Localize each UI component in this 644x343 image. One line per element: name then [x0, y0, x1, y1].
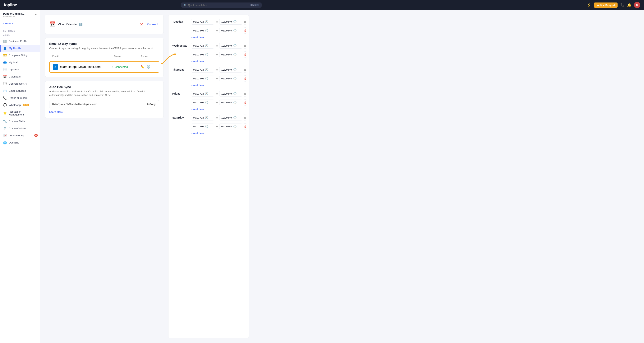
search-shortcut: Ctrl + K [250, 4, 259, 6]
delete-button[interactable]: 🗑️ [146, 65, 150, 69]
thursday-start-1[interactable]: 09:00 AM 🕐 [191, 67, 214, 73]
auto-bcc-description: Add your smart Bcc address to the Cc or … [49, 90, 159, 97]
wednesday-add-time[interactable]: + Add time [191, 60, 204, 63]
sidebar-item-custom-fields[interactable]: 🔧 Custom Fields [0, 118, 40, 125]
search-bar[interactable]: 🔍 Ctrl + K [181, 3, 262, 8]
friday-end-1[interactable]: 12:00 PM 🕐 [219, 91, 242, 97]
thursday-add-time[interactable]: + Add time [191, 84, 204, 87]
sidebar-item-label: Conversation AI [9, 82, 27, 85]
delete-time-button[interactable]: 🗑 [244, 75, 247, 82]
friday-end-2[interactable]: 05:00 PM 🕐 [219, 100, 242, 105]
avatar[interactable]: U [634, 2, 640, 8]
sidebar-item-lead-scoring[interactable]: 📈 Lead Scoring 11 [0, 132, 40, 139]
domains-icon: 🌐 [3, 141, 7, 144]
th-status: Status [114, 55, 141, 58]
tuesday-end-2[interactable]: 05:00 PM 🕐 [219, 28, 242, 33]
sidebar-item-conversation-ai[interactable]: 💬 Conversation AI [0, 80, 40, 87]
tuesday-start-2[interactable]: 01:00 PM 🕐 [191, 28, 214, 33]
email-services-icon: ✉️ [3, 89, 7, 93]
copy-time-button[interactable]: ⧉ [244, 19, 246, 25]
sidebar-item-email-services[interactable]: ✉️ Email Services [0, 87, 40, 94]
saturday-start-1[interactable]: 09:00 AM 🕐 [191, 115, 214, 121]
sidebar-item-phone-numbers[interactable]: 📞 Phone Numbers [0, 94, 40, 102]
wednesday-end-1[interactable]: 12:00 PM 🕐 [219, 43, 242, 49]
icloud-row: 📅 iCloud Calendar ℹ️ ✕ Connect [49, 19, 159, 30]
saturday-add-time[interactable]: + Add time [191, 131, 204, 135]
pipelines-icon: 📊 [3, 68, 7, 71]
delete-time-button[interactable]: 🗑 [244, 99, 247, 106]
sidebar-item-custom-values[interactable]: 📋 Custom Values [0, 125, 40, 132]
sidebar-item-calendars[interactable]: 📅 Calendars [0, 73, 40, 80]
tuesday-end-1[interactable]: 12:00 PM 🕐 [219, 19, 242, 25]
clock-icon: 🕐 [205, 29, 208, 32]
delete-time-button[interactable]: 🗑 [244, 123, 247, 130]
clock-icon: 🕐 [233, 68, 236, 71]
wednesday-start-1[interactable]: 09:00 AM 🕐 [191, 43, 214, 49]
schedule-day-saturday: Saturday 09:00 AM 🕐 to 12:00 PM 🕐 ⧉ [172, 115, 245, 135]
go-back-link[interactable]: < Go Back [0, 20, 40, 27]
end-time-text: 12:00 PM [222, 68, 232, 71]
search-input[interactable] [188, 4, 248, 7]
delete-time-button[interactable]: 🗑 [244, 28, 247, 34]
org-selector[interactable]: Dunder Mifflin [D... Scranton, PA ▼ [0, 10, 40, 20]
copy-time-button[interactable]: ⧉ [244, 43, 246, 49]
tuesday-add-time[interactable]: + Add time [191, 36, 204, 39]
lightning-icon[interactable]: ⚡ [587, 3, 591, 7]
sidebar-item-pipelines[interactable]: 📊 Pipelines [0, 66, 40, 73]
clock-icon: 🕐 [233, 116, 236, 119]
sidebar-item-reputation-management[interactable]: ⭐ Reputation Management [0, 109, 40, 118]
to-label: to [216, 101, 218, 104]
tuesday-start-1[interactable]: 09:00 AM 🕐 [191, 19, 214, 25]
tuesday-times: Tuesday 09:00 AM 🕐 to 12:00 PM 🕐 ⧉ [172, 19, 245, 35]
email-sync-card: Email (2-way sync) Connect to sync incom… [45, 38, 164, 77]
custom-fields-icon: 🔧 [3, 120, 7, 123]
copy-time-button[interactable]: ⧉ [244, 115, 246, 121]
thursday-start-2[interactable]: 01:00 PM 🕐 [191, 76, 214, 81]
to-label: to [216, 29, 218, 32]
sidebar-item-company-billing[interactable]: 💳 Company Billing [0, 52, 40, 59]
delete-time-button[interactable]: 🗑 [244, 51, 247, 58]
learn-more-link[interactable]: Learn More [49, 111, 63, 113]
tuesday-slot-2: Tuesday 01:00 PM 🕐 to 05:00 PM 🕐 🗑 [172, 28, 245, 34]
connect-button[interactable]: Connect [146, 22, 159, 27]
to-label: to [216, 77, 218, 80]
error-icon: ✕ [140, 22, 143, 27]
thursday-slot-2: Thursday 01:00 PM 🕐 to 05:00 PM 🕐 🗑 [172, 75, 245, 82]
wednesday-end-2[interactable]: 05:00 PM 🕐 [219, 52, 242, 57]
friday-start-2[interactable]: 01:00 PM 🕐 [191, 100, 214, 105]
friday-label: Friday [172, 92, 190, 95]
sidebar-item-domains[interactable]: 🌐 Domains [0, 139, 40, 146]
bcc-address-input[interactable] [50, 100, 143, 108]
friday-start-1[interactable]: 09:00 AM 🕐 [191, 91, 214, 97]
friday-times: Friday 09:00 AM 🕐 to 12:00 PM 🕐 ⧉ [172, 91, 245, 107]
saturday-start-2[interactable]: 01:00 PM 🕐 [191, 124, 214, 129]
start-time-text: 09:00 AM [193, 68, 204, 71]
end-time-text: 12:00 PM [222, 44, 232, 47]
end-time-text: 05:00 PM [222, 125, 232, 128]
to-label: to [216, 125, 218, 128]
end-time-text: 05:00 PM [222, 77, 232, 80]
info-icon[interactable]: ℹ️ [79, 23, 82, 26]
sidebar-item-my-staff[interactable]: 👥 My Staff [0, 59, 40, 66]
copy-time-button[interactable]: ⧉ [244, 67, 246, 73]
wednesday-start-2[interactable]: 01:00 PM 🕐 [191, 52, 214, 57]
phone-icon[interactable]: 📞 [620, 3, 624, 7]
thursday-end-1[interactable]: 12:00 PM 🕐 [219, 67, 242, 73]
copy-time-button[interactable]: ⧉ [244, 91, 246, 97]
notification-icon[interactable]: 🔔 [627, 3, 631, 7]
saturday-end-2[interactable]: 05:00 PM 🕐 [219, 124, 242, 129]
sidebar-item-whatsapp[interactable]: 💬 WhatsApp beta [0, 102, 40, 109]
saturday-end-1[interactable]: 12:00 PM 🕐 [219, 115, 242, 121]
end-time-text: 05:00 PM [222, 101, 232, 104]
end-time-text: 12:00 PM [222, 92, 232, 95]
copy-button[interactable]: ⧉ Copy [143, 100, 159, 108]
schedule-day-tuesday: Tuesday 09:00 AM 🕐 to 12:00 PM 🕐 ⧉ [172, 19, 245, 39]
sidebar-item-my-profile[interactable]: 👤 My Profile [0, 45, 40, 52]
saturday-label: Saturday [172, 116, 190, 119]
friday-add-time[interactable]: + Add time [191, 107, 204, 111]
to-label: to [216, 92, 218, 95]
thursday-end-2[interactable]: 05:00 PM 🕐 [219, 76, 242, 81]
edit-button[interactable]: ✏️ [140, 65, 144, 69]
sidebar-item-business-profile[interactable]: 🏢 Business Profile [0, 38, 40, 45]
support-button[interactable]: topline Support [594, 3, 618, 8]
